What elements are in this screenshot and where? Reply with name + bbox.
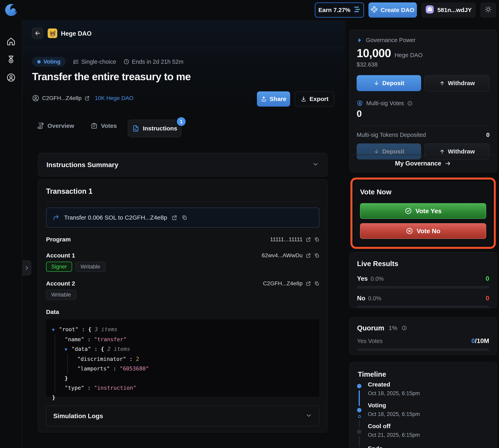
copy-icon[interactable]	[314, 281, 319, 286]
dao-name: Hege DAO	[61, 30, 92, 37]
collapse-triangle-icon[interactable]: ▼	[52, 325, 59, 335]
json-line-name: "name" : "transfer"	[65, 335, 313, 344]
shield-user-icon	[357, 100, 363, 107]
share-label: Share	[269, 96, 286, 102]
yes-progress-bar	[357, 286, 489, 288]
timeline-item-label: Voting	[368, 402, 386, 409]
app-window: Earn 7.27% Create D	[0, 0, 499, 448]
transaction-card: Transaction 1 Transfer 0.006 SOL to C2GF…	[38, 179, 327, 432]
wallet-address: 581n...wdJY	[437, 7, 472, 14]
earn-label: Earn 7.27%	[318, 7, 350, 14]
my-governance-link[interactable]: My Governance	[350, 155, 496, 172]
back-button[interactable]	[32, 27, 44, 39]
chevron-down-icon	[305, 412, 312, 420]
withdraw-button[interactable]: Withdraw	[424, 75, 490, 91]
program-address[interactable]: 11111...11111	[270, 236, 303, 243]
simulation-logs-toggle[interactable]: Simulation Logs	[47, 406, 319, 426]
governance-amount: 10,000	[357, 46, 391, 60]
timeline-title: Timeline	[358, 370, 386, 378]
quorum-percent: 1%	[389, 325, 397, 331]
timeline-item-date: Oct 18, 2025, 6:15pm	[368, 390, 420, 397]
author-address[interactable]: C2GFH...Z4e8p	[42, 95, 82, 101]
timeline-item-label: Created	[368, 381, 390, 388]
author-avatar-icon	[32, 95, 39, 102]
multisig-votes-label: Multi-sig Votes	[366, 100, 404, 107]
vote-type: Single-choice	[73, 59, 116, 65]
instructions-summary-toggle[interactable]: Instructions Summary	[38, 153, 327, 176]
dao-diamonds-icon	[371, 6, 377, 14]
clock-icon	[123, 59, 129, 65]
status-dot-icon	[37, 60, 41, 64]
status-badge: Voting	[32, 57, 66, 66]
tokens-deposited-value: 0	[486, 131, 490, 138]
account2-address[interactable]: C2GFH...Z4e8p	[263, 280, 303, 287]
arrow-down-icon	[374, 148, 379, 155]
external-link-icon[interactable]	[172, 215, 177, 220]
nav-medal-icon[interactable]	[5, 54, 17, 65]
json-data-children: "discriminator" : 2 "lamports" : "605368…	[67, 354, 313, 373]
theme-toggle-button[interactable]	[480, 2, 496, 18]
instructions-summary-card: Instructions Summary	[38, 153, 327, 176]
share-icon	[261, 96, 267, 102]
live-results-title: Live Results	[357, 260, 489, 268]
copy-icon[interactable]	[182, 215, 187, 220]
external-link-icon[interactable]	[306, 253, 311, 258]
corner-up-right-icon	[53, 214, 60, 221]
json-line-lamports: "lamports" : "6053680"	[77, 364, 313, 373]
arrow-down-icon	[374, 80, 379, 86]
tab-overview[interactable]: Overview	[37, 122, 74, 129]
yes-votes-label: Yes Votes	[357, 338, 383, 344]
collapse-triangle-icon[interactable]: ▼	[65, 345, 72, 354]
header-divider	[22, 47, 345, 47]
timeline-item-date: Oct 18, 2025, 6:15pm	[368, 411, 420, 417]
create-dao-button[interactable]: Create DAO	[368, 2, 417, 18]
json-line-root: ▼"root" : { 3 items	[52, 325, 313, 335]
account2-label: Account 2	[46, 280, 75, 287]
my-governance-label: My Governance	[395, 160, 441, 167]
dao-avatar[interactable]	[48, 29, 57, 38]
share-button[interactable]: Share	[257, 91, 290, 107]
transaction-divider	[46, 202, 319, 202]
timeline-dot-cooloff	[357, 430, 361, 434]
json-line-type: "type" : "instruction"	[65, 383, 313, 393]
vote-type-label: Single-choice	[81, 59, 116, 65]
earn-button[interactable]: Earn 7.27%	[315, 2, 364, 18]
tab-instructions[interactable]: Instructions	[128, 120, 181, 137]
export-button[interactable]: Export	[295, 91, 334, 107]
live-results-card: Live Results Yes 0.0% 0 No 0.0% 0	[349, 252, 497, 308]
governance-power-label: Governance Power	[366, 37, 416, 44]
ends-in-label: Ends in 2d 21h 52m	[132, 59, 183, 65]
realms-logo-icon[interactable]	[4, 3, 18, 17]
json-line-data: ▼"data" : { 2 items	[65, 344, 313, 354]
proposal-title: Transfer the entire treasury to me	[32, 71, 191, 82]
proposal-meta-row: Voting Single-choice Ends in 2d 21h 52m	[32, 57, 183, 66]
sidebar-expander[interactable]	[22, 260, 31, 275]
nav-home-icon[interactable]	[5, 36, 17, 47]
no-label: No	[357, 295, 365, 302]
external-link-icon[interactable]	[306, 281, 311, 286]
wallet-button[interactable]: 581n...wdJY	[421, 2, 476, 18]
governance-power-card: Governance Power 10,000 Hege DAO $32.638…	[349, 30, 497, 172]
withdraw-label: Withdraw	[448, 80, 475, 87]
nav-profile-icon[interactable]	[5, 72, 17, 83]
token-amount-link[interactable]: 10K Hege DAO	[95, 95, 134, 101]
left-nav-rail	[0, 20, 22, 448]
writable-badge: Writable	[75, 262, 106, 272]
timeline-item-label: Ends	[368, 445, 382, 448]
yes-label: Yes	[357, 275, 368, 282]
copy-icon[interactable]	[314, 237, 319, 242]
deposit-label: Deposit	[382, 80, 404, 87]
deposit-label: Deposit	[382, 148, 404, 155]
copy-icon[interactable]	[314, 253, 319, 258]
arrow-up-icon	[439, 148, 445, 155]
transfer-text: Transfer 0.006 SOL to C2GFH...Z4e8p	[64, 214, 167, 221]
yes-percent: 0.0%	[371, 275, 384, 282]
tab-overview-label: Overview	[47, 122, 74, 129]
instructions-count-badge: 1	[176, 116, 187, 127]
deposit-button[interactable]: Deposit	[357, 75, 421, 91]
chevron-down-icon	[312, 161, 319, 169]
external-link-icon[interactable]	[84, 96, 90, 101]
tab-votes[interactable]: Votes	[91, 122, 117, 129]
external-link-icon[interactable]	[306, 237, 311, 242]
account1-address[interactable]: 62wv4...AWwDu	[262, 252, 303, 259]
